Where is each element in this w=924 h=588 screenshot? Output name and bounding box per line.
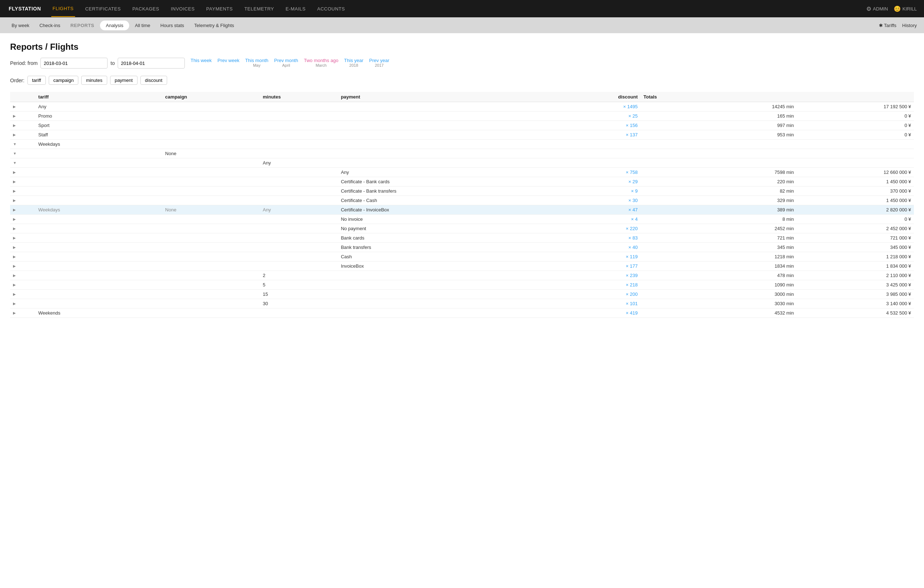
expand-button[interactable]: ▶ [10,252,35,262]
period-from-input[interactable] [40,58,107,69]
col-header-campaign[interactable]: campaign [162,92,260,102]
user-icon: 😊 [894,5,901,12]
history-link[interactable]: History [903,23,917,28]
count-link[interactable]: × 177 [626,264,638,269]
expand-button[interactable]: ▶ [10,215,35,224]
subnav-checkins[interactable]: Check-ins [35,21,64,30]
count-link[interactable]: × 239 [626,273,638,278]
expand-button[interactable]: ▼ [10,140,35,149]
nav-telemetry[interactable]: TELEMETRY [243,1,276,16]
col-header-discount[interactable]: discount [553,92,640,102]
nav-certificates[interactable]: CERTIFICATES [84,1,122,16]
order-row: Order: tariff campaign minutes payment d… [10,76,914,85]
nav-accounts[interactable]: ACCOUNTS [316,1,346,16]
nav-flights[interactable]: FLIGHTS [51,1,75,17]
period-link-prevmonth[interactable]: Prev month April [274,58,298,68]
nav-payments[interactable]: PAYMENTS [205,1,234,16]
order-tariff-btn[interactable]: tariff [27,76,46,85]
period-link-twomonths[interactable]: Two months ago March [304,58,338,68]
count-link[interactable]: × 119 [626,254,638,259]
expand-button[interactable]: ▶ [10,243,35,252]
admin-link[interactable]: ⚙ ADMIN [866,5,888,12]
expand-button[interactable]: ▶ [10,290,35,299]
expand-button[interactable]: ▶ [10,186,35,196]
nav-invoices[interactable]: INVOICES [169,1,196,16]
period-label: Period: from [10,58,38,69]
subnav-hoursstats[interactable]: Hours stats [156,21,188,30]
user-link[interactable]: 😊 KIRILL [894,5,917,12]
count-link[interactable]: × 9 [631,188,637,194]
period-link-prevyear[interactable]: Prev year 2017 [369,58,389,68]
main-content: Reports / Flights Period: from to This w… [0,33,924,588]
count-link[interactable]: × 758 [626,170,638,175]
subnav-telemetry-flights[interactable]: Telemetry & Flights [190,21,239,30]
col-header-tariff[interactable]: tariff [35,92,162,102]
count-link[interactable]: × 40 [629,245,638,250]
count-link[interactable]: × 47 [629,207,638,212]
table-row: ▶15× 2003000 min3 985 000 ¥ [10,290,914,299]
count-link[interactable]: × 156 [626,123,638,128]
brand-logo[interactable]: FLYSTATION [7,1,43,16]
count-link[interactable]: × 83 [629,235,638,240]
subnav-analysis[interactable]: Analysis [100,21,129,30]
expand-button[interactable]: ▶ [10,177,35,186]
order-discount-btn[interactable]: discount [140,76,167,85]
order-minutes-btn[interactable]: minutes [81,76,107,85]
sub-navigation: By week Check-ins REPORTS Analysis All t… [0,17,924,33]
expand-button[interactable]: ▶ [10,308,35,318]
expand-button[interactable]: ▶ [10,121,35,130]
count-link[interactable]: × 220 [626,226,638,231]
expand-button[interactable]: ▶ [10,196,35,205]
period-link-thismonth-sub: May [253,63,261,68]
tariffs-link[interactable]: ✱ Tariffs [879,23,897,28]
count-link[interactable]: × 218 [626,282,638,288]
table-row: ▶WeekdaysNoneAnyCertificate - InvoiceBox… [10,205,914,215]
count-link[interactable]: × 200 [626,292,638,297]
table-row: ▶Weekends× 4194532 min4 532 500 ¥ [10,308,914,318]
subnav-alltime[interactable]: All time [131,21,155,30]
expand-button[interactable]: ▶ [10,130,35,140]
count-link[interactable]: × 419 [626,310,638,316]
sub-nav-right: ✱ Tariffs History [879,23,917,28]
expand-button[interactable]: ▶ [10,102,35,112]
period-link-thismonth[interactable]: This month May [245,58,268,68]
expand-button[interactable]: ▶ [10,112,35,121]
nav-emails[interactable]: E-MAILS [284,1,307,16]
count-link[interactable]: × 1495 [623,104,638,109]
nav-packages[interactable]: PACKAGES [131,1,161,16]
expand-button[interactable]: ▶ [10,224,35,233]
expand-button[interactable]: ▼ [10,149,35,158]
expand-button[interactable]: ▶ [10,262,35,271]
count-link[interactable]: × 29 [629,179,638,184]
expand-button[interactable]: ▶ [10,233,35,243]
col-header-payment[interactable]: payment [338,92,553,102]
expand-button[interactable]: ▶ [10,168,35,177]
period-link-thisweek-label: This week [191,58,212,63]
expand-button[interactable]: ▶ [10,271,35,280]
table-row: ▶Cash× 1191218 min1 218 000 ¥ [10,252,914,262]
table-row: ▶Certificate - Bank transfers× 982 min37… [10,186,914,196]
count-link[interactable]: × 4 [631,216,637,222]
subnav-reports[interactable]: REPORTS [66,21,99,30]
period-link-twomonths-label: Two months ago [304,58,338,63]
expand-button[interactable]: ▶ [10,205,35,215]
expand-button[interactable]: ▶ [10,299,35,308]
col-header-minutes[interactable]: minutes [260,92,338,102]
expand-button[interactable]: ▼ [10,158,35,168]
period-link-thisweek[interactable]: This week [191,58,212,68]
period-links: This week Prev week This month May Prev … [191,58,389,68]
count-link[interactable]: × 101 [626,301,638,306]
expand-button[interactable]: ▶ [10,280,35,290]
period-link-prevweek[interactable]: Prev week [217,58,239,68]
count-link[interactable]: × 25 [629,113,638,119]
count-link[interactable]: × 30 [629,198,638,203]
count-link[interactable]: × 137 [626,132,638,137]
subnav-byweek[interactable]: By week [7,21,33,30]
order-payment-btn[interactable]: payment [110,76,137,85]
period-row: Period: from to This week Prev week This… [10,58,914,69]
top-navigation: FLYSTATION FLIGHTS CERTIFICATES PACKAGES… [0,0,924,17]
table-row: ▶No invoice× 48 min0 ¥ [10,215,914,224]
period-to-input[interactable] [118,58,185,69]
period-link-thisyear[interactable]: This year 2018 [344,58,363,68]
order-campaign-btn[interactable]: campaign [49,76,78,85]
